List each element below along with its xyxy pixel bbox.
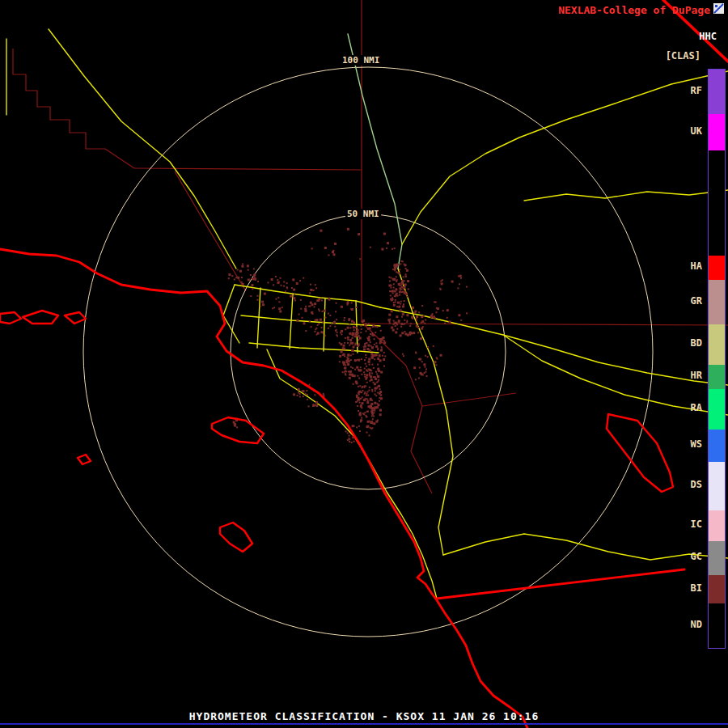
echo-pixel <box>347 336 349 339</box>
echo-pixel <box>397 295 399 297</box>
echo-pixel <box>363 349 366 351</box>
echo-pixel <box>368 336 370 338</box>
echo-pixel <box>273 284 274 286</box>
echo-pixel <box>368 361 370 363</box>
cod-logo-icon <box>713 3 724 14</box>
echo-pixel <box>375 421 378 423</box>
echo-pixel <box>367 421 370 423</box>
echo-pixel <box>427 346 429 348</box>
echo-pixel <box>425 368 427 370</box>
echo-pixel <box>380 394 382 396</box>
legend-label-GR: GR <box>691 295 702 307</box>
echo-pixel <box>361 358 362 360</box>
echo-pixel <box>396 265 398 267</box>
echo-pixel <box>405 268 407 269</box>
echo-pixel <box>466 312 468 314</box>
echo-pixel <box>293 393 295 396</box>
echo-pixel <box>451 281 454 283</box>
echo-pixel <box>376 403 378 404</box>
echo-pixel <box>375 394 376 396</box>
echo-pixel <box>359 337 362 340</box>
echo-pixel <box>276 298 277 300</box>
echo-pixel <box>234 279 235 281</box>
legend-swatch-RA <box>709 389 725 430</box>
echo-pixel <box>375 376 376 378</box>
echo-pixel <box>366 357 367 358</box>
road <box>257 288 260 348</box>
echo-pixel <box>361 328 362 330</box>
echo-pixel <box>314 331 315 332</box>
road <box>241 315 380 326</box>
echo-pixel <box>363 399 366 401</box>
echo-pixel <box>375 378 377 380</box>
echo-pixel <box>361 417 362 419</box>
echo-pixel <box>412 318 413 320</box>
echo-pixel <box>305 306 307 307</box>
echo-pixel <box>237 277 239 279</box>
echo-pixel <box>311 311 313 314</box>
echo-pixel <box>408 288 409 290</box>
echo-pixel <box>379 338 382 341</box>
echo-pixel <box>359 430 361 432</box>
echo-pixel <box>437 358 438 360</box>
legend-colorbar <box>708 69 726 649</box>
echo-pixel <box>441 282 443 285</box>
road <box>235 285 380 307</box>
echo-pixel <box>371 373 373 375</box>
echo-pixel <box>400 301 402 303</box>
echo-pixel <box>352 425 354 427</box>
echo-pixel <box>347 228 349 231</box>
echo-pixel <box>400 303 401 305</box>
echo-pixel <box>366 374 368 376</box>
echo-pixel <box>404 264 407 266</box>
echo-pixel <box>395 288 397 290</box>
echo-pixel <box>231 275 233 277</box>
echo-pixel <box>402 353 404 355</box>
echo-pixel <box>261 301 264 303</box>
echo-pixel <box>321 311 323 312</box>
echo-pixel <box>309 384 311 386</box>
echo-pixel <box>257 281 259 282</box>
echo-pixel <box>369 364 370 366</box>
echo-pixel <box>379 400 380 402</box>
echo-pixel <box>380 371 383 374</box>
echo-pixel <box>421 315 423 318</box>
echo-pixel <box>379 388 381 390</box>
echo-pixel <box>393 304 396 307</box>
echo-pixel <box>358 397 360 400</box>
echo-pixel <box>392 290 393 292</box>
echo-pixel <box>381 248 383 251</box>
road <box>524 190 728 201</box>
echo-pixel <box>344 320 345 321</box>
echo-pixel <box>308 405 310 407</box>
echo-pixel <box>272 307 273 309</box>
echo-pixel <box>416 315 418 318</box>
echo-pixel <box>369 434 370 436</box>
echo-pixel <box>322 332 324 333</box>
echo-pixel <box>349 441 350 442</box>
echo-pixel <box>341 350 343 353</box>
mexico-border <box>437 569 684 599</box>
echo-pixel <box>317 324 319 326</box>
echo-pixel <box>307 394 308 396</box>
legend-label-BD: BD <box>691 337 702 349</box>
echo-pixel <box>400 326 402 328</box>
echo-pixel <box>262 303 265 306</box>
echo-pixel <box>346 302 349 304</box>
island-channel <box>23 311 58 324</box>
echo-pixel <box>374 335 375 336</box>
echo-pixel <box>336 332 338 333</box>
echo-pixel <box>336 303 337 304</box>
echo-pixel <box>377 392 379 394</box>
echo-pixel <box>457 287 459 289</box>
echo-pixel <box>339 361 341 362</box>
echo-pixel <box>373 415 375 417</box>
radar-map <box>0 0 728 728</box>
echo-pixel <box>407 334 409 336</box>
echo-pixel <box>353 335 354 336</box>
echo-pixel <box>345 373 346 375</box>
echo-pixel <box>336 319 337 320</box>
echo-pixel <box>406 269 408 272</box>
echo-pixel <box>283 286 285 287</box>
echo-pixel <box>415 379 417 380</box>
